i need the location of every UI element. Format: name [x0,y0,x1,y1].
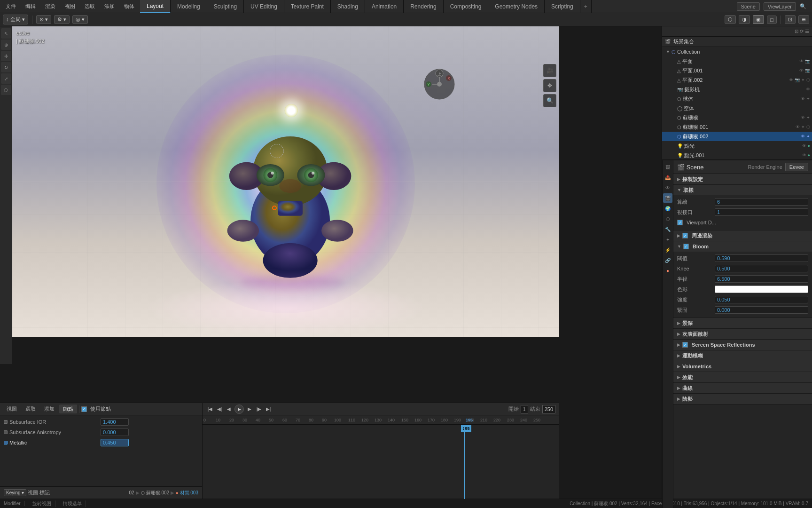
outliner-item-light001[interactable]: ▶ 💡 點光.001 👁 ● [662,151,812,159]
scene-selector[interactable]: Scene [737,2,760,11]
modifier-props-btn[interactable]: 🔧 [663,224,672,234]
bottom-tab-select[interactable]: 選取 [22,405,39,413]
step-forward-btn[interactable]: ▶ [246,405,253,413]
select-tool[interactable]: ↖ [1,28,11,39]
view-dropdown[interactable]: 視圖 [28,489,38,496]
bloom-threshold-value[interactable]: 0.590 [715,254,808,262]
menu-view-top[interactable]: 视图 [63,2,77,11]
perf-header[interactable]: ▶ 效能 [673,372,812,382]
output-props-btn[interactable]: 📤 [663,173,672,182]
camera-vis[interactable]: 👁 [806,87,810,92]
ao-checkbox[interactable]: ✓ [682,233,688,238]
outliner-item-camera[interactable]: ▶ 📷 摄影机 👁 [662,85,812,94]
ao-header[interactable]: ▶ ✓ 周邊渲染 [673,230,812,241]
view-layer-props-btn[interactable]: 👁 [663,183,672,192]
play-btn[interactable]: ▶ [234,405,244,414]
viewport-shade-solid[interactable]: ⬡ [725,15,736,24]
takuyo-header[interactable]: ▼ 取樣 [673,185,812,195]
tab-add[interactable]: + [580,0,592,13]
outliner-item-plane002[interactable]: ▶ △ 平面.002 👁 📷 ✦ ⬡ [662,75,812,85]
gizmo-btn[interactable]: ⊕ [798,15,809,24]
light001-vis[interactable]: 👁 [802,153,806,158]
ssr-header[interactable]: ▶ ✓ Screen Space Reflections [673,340,812,350]
object-props-btn[interactable]: ⬡ [663,214,672,223]
monkey-object[interactable] [215,102,366,280]
outliner-collection-row[interactable]: ▼ ⬡ Collection [662,47,812,56]
plane001-vis[interactable]: 👁 [799,68,804,73]
motionblur-header[interactable]: ▶ 運動模糊 [673,350,812,361]
jump-end-btn[interactable]: ▶| [265,405,272,413]
tab-texture-paint[interactable]: Texture Paint [284,0,331,13]
move-tool[interactable]: ✛ [1,51,11,61]
bloom-checkbox[interactable]: ✓ [683,244,689,249]
bloom-radius-value[interactable]: 6.500 [715,275,808,283]
sphere-vis[interactable]: 👁 [801,96,805,101]
outliner-item-suzanne002[interactable]: ▶ ⬡ 蘇珊猴.002 👁 ✦ [662,132,812,141]
ch-ior-value[interactable]: 1.400 [101,418,129,426]
dof-header[interactable]: ▶ 景深 [673,318,812,328]
scale-tool[interactable]: ⤢ [1,73,11,84]
menu-object[interactable]: 物体 [122,2,136,11]
menu-add[interactable]: 添加 [102,2,117,11]
sampling-header[interactable]: ▶ 採製設定 [673,174,812,184]
menu-render[interactable]: 渲染 [43,2,57,11]
frame-start-input[interactable]: 1 [521,405,528,413]
light-vis[interactable]: 👁 [802,143,806,148]
transform-btn[interactable]: ⚙ ▾ [54,15,70,24]
outliner-item-suzanne001[interactable]: ▶ ⬡ 蘇珊猴.001 👁 ✦ ⬡ [662,122,812,132]
ch-metallic-value[interactable]: 0.450 [101,439,129,446]
bc-item-02[interactable]: 02 [129,490,134,495]
outliner-item-suzanne[interactable]: ▶ ⬡ 蘇珊猴 👁 ✦ [662,113,812,122]
tab-geometry-nodes[interactable]: Geometry Nodes [488,0,545,13]
suzanne-vis[interactable]: 👁 [801,115,805,120]
tab-animation[interactable]: Animation [365,0,404,13]
prev-keyframe-btn[interactable]: ◀| [216,405,223,413]
shadows-header[interactable]: ▶ 陰影 [673,394,812,404]
plane-vis-icon[interactable]: 👁 [799,59,804,64]
bloom-intensity-value[interactable]: 0.050 [715,296,808,303]
volumetrics-header[interactable]: ▶ Volumetrics [673,361,812,372]
viewport-shade-wire[interactable]: □ [767,16,777,24]
timeline-track-area[interactable]: 195 [203,425,559,499]
proportional-btn[interactable]: ◎ ▾ [72,15,88,24]
plane002-vis[interactable]: 👁 [789,78,793,82]
ssr-checkbox[interactable]: ✓ [682,342,688,348]
bottom-tab-add[interactable]: 添加 [40,405,58,413]
keying-dropdown[interactable]: Keying ▾ [4,489,26,496]
suzanne001-vis[interactable]: 👁 [796,125,800,129]
viewport-denoise-checkbox[interactable]: ✓ [677,220,683,225]
step-back-btn[interactable]: ◀ [225,405,233,413]
bloom-header[interactable]: ▼ ✓ Bloom [673,241,812,252]
navigation-gizmo[interactable]: 上 Y X [423,68,456,101]
menu-file[interactable]: 文件 [4,2,18,11]
frame-end-input[interactable]: 250 [542,405,555,413]
render-props-btn[interactable]: 🖼 [663,162,672,172]
scene-props-btn[interactable]: 🎬 [663,193,672,203]
view-layer-selector[interactable]: ViewLayer [764,2,796,11]
filter-icon[interactable]: ⊡ [795,29,798,34]
bloom-knee-value[interactable]: 0.500 [715,265,808,272]
sss-header[interactable]: ▶ 次表面散射 [673,329,812,339]
cursor-tool[interactable]: ⊕ [1,40,11,50]
outliner-options[interactable]: ☰ [805,29,809,34]
menu-select[interactable]: 选取 [83,2,97,11]
bc-item-material[interactable]: 材質.003 [180,490,198,496]
3d-viewport[interactable]: ective | 蘇珊猴.002 上 Y X 🎥 ✥ 🔍 [12,26,559,337]
camera-persp-btn[interactable]: 🎥 [543,64,556,77]
next-keyframe-btn[interactable]: |▶ [255,405,263,413]
bloom-color-value[interactable] [715,286,808,293]
outliner-item-light[interactable]: ▶ 💡 點光 👁 ● [662,141,812,151]
markers-dropdown[interactable]: 標記 [39,489,50,496]
sync-icon[interactable]: ⟳ [800,29,804,34]
outliner-item-sphere[interactable]: ▶ ⬡ 球体 👁 ✦ [662,94,812,103]
bottom-tab-view[interactable]: 視圖 [3,405,21,413]
outliner-item-plane001[interactable]: ▶ △ 平面.001 👁 📷 [662,66,812,75]
tab-rendering[interactable]: Rendering [404,0,443,13]
curves-header[interactable]: ▶ 曲線 [673,383,812,393]
plane002-render[interactable]: 📷 [795,78,800,82]
tab-scripting[interactable]: Scripting [545,0,580,13]
tab-shading[interactable]: Shading [331,0,365,13]
transform-tool[interactable]: ⬡ [1,85,11,95]
jump-start-btn[interactable]: |◀ [206,405,214,413]
bc-item-suzanne[interactable]: 蘇珊猴.002 [146,490,169,496]
